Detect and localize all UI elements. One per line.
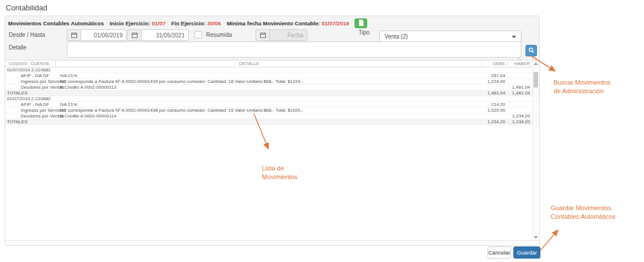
cell-cuenta: AFIP - IVA DF xyxy=(21,73,49,78)
table-header: CODIGO CUENTA DETALLE DEBE HABER xyxy=(5,60,539,67)
hasta-input-group xyxy=(127,29,189,41)
table-row[interactable]: 01/07/2019 2-210682 xyxy=(5,96,539,102)
calendar-icon[interactable] xyxy=(67,29,81,41)
table-row[interactable]: Deudores por VentasN.Credito A 0002-0000… xyxy=(5,85,539,90)
panel-form-section: Movimientos Contables Automáticos Inicio… xyxy=(5,16,539,60)
page-title: Contabilidad xyxy=(6,3,47,12)
cancel-button-label: Cancelar xyxy=(488,249,510,256)
search-button[interactable] xyxy=(525,45,537,56)
detalle-textarea[interactable] xyxy=(67,41,521,58)
scroll-down-icon[interactable] xyxy=(534,236,538,239)
fin-ejercicio-label: Fin Ejercicio: xyxy=(171,20,205,26)
cell-debe: 257.04 xyxy=(491,73,505,78)
cell-detalle: N.Credito A 0002-00000113 xyxy=(60,85,116,90)
cell-totales: TOTALES xyxy=(7,90,28,96)
export-button[interactable] xyxy=(355,18,367,28)
arrow-to-guardar xyxy=(540,230,558,251)
table-row[interactable]: AFIP - IVA DFIVA 21%257.04 xyxy=(5,73,539,79)
cell-debe: 1,481.04 xyxy=(487,90,505,96)
table-row[interactable]: TOTALES1,234.201,234.20 xyxy=(5,119,539,125)
cell-detalle: NC corresponde a Factura Nº A 0002-00001… xyxy=(60,79,303,84)
annotation-lista: Lista de Movimientos xyxy=(262,164,298,181)
panel-header: Movimientos Contables Automáticos Inicio… xyxy=(8,18,367,28)
cell-debe: 1,020.00 xyxy=(487,108,505,113)
panel-title: Movimientos Contables Automáticos xyxy=(8,20,104,26)
cell-haber: 1,481.04 xyxy=(512,85,530,90)
cell-detalle: IVA 21% xyxy=(60,102,77,107)
inicio-ejercicio-label: Inicio Ejercicio: xyxy=(109,20,150,26)
cell-codigo: 01/07/2019 2-210681 xyxy=(7,67,51,73)
cell-detalle: N.Credito A 0002-00000114 xyxy=(60,113,116,119)
file-export-icon xyxy=(359,20,364,27)
cell-detalle: IVA 21% xyxy=(60,73,77,78)
annotation-guardar: Guardar Movimientos Contables Automático… xyxy=(551,204,616,221)
cancel-button[interactable]: Cancelar xyxy=(487,246,511,259)
movimientos-table: CODIGO CUENTA DETALLE DEBE HABER 01/07/2… xyxy=(5,60,539,241)
horizontal-scrollbar-strip xyxy=(5,240,539,245)
annotation-guardar-line2: Contables Automáticos xyxy=(551,212,616,221)
tipo-label: Tipo xyxy=(359,29,369,36)
desde-hasta-label: Desde / Hasta xyxy=(9,32,45,38)
annotation-lista-line2: Movimientos xyxy=(262,173,298,181)
annotation-guardar-line1: Guardar Movimientos xyxy=(551,204,616,212)
resumida-checkbox[interactable] xyxy=(195,31,202,39)
table-row[interactable]: TOTALES1,481.041,481.04 xyxy=(5,90,539,96)
desde-input-group xyxy=(67,29,127,41)
minima-fecha-label: Minima fecha Movimiento Contable: xyxy=(227,20,320,26)
save-button[interactable]: Guardar xyxy=(513,246,540,259)
column-header-haber: HABER xyxy=(514,60,530,67)
chevron-down-icon xyxy=(512,36,516,38)
cell-cuenta: Deudores por Ventas xyxy=(21,113,64,119)
cell-debe: 214.20 xyxy=(491,102,505,107)
table-row[interactable]: 01/07/2019 2-210681 xyxy=(5,67,539,73)
desde-date-input[interactable] xyxy=(81,29,127,41)
cell-codigo: 01/07/2019 2-210682 xyxy=(7,96,51,101)
column-header-detalle: DETALLE xyxy=(5,60,493,67)
inicio-ejercicio-value: 01/07 xyxy=(152,20,166,26)
annotation-buscar: Buscar Movimientos de Administración xyxy=(554,78,611,96)
detalle-label: Detalle xyxy=(9,44,26,51)
cell-debe: 1,234.20 xyxy=(487,119,505,124)
annotation-lista-line1: Lista de xyxy=(262,164,298,173)
table-row[interactable]: AFIP - IVA DFIVA 21%214.20 xyxy=(5,102,539,108)
cell-debe: 1,224.00 xyxy=(487,79,505,84)
column-header-debe: DEBE xyxy=(493,60,505,67)
vertical-scrollbar[interactable] xyxy=(532,60,538,241)
fin-ejercicio-value: 30/06 xyxy=(207,20,221,26)
scroll-up-icon[interactable] xyxy=(534,62,538,65)
table-body: 01/07/2019 2-210681AFIP - IVA DFIVA 21%2… xyxy=(5,67,539,125)
cell-haber: 1,481.04 xyxy=(512,90,530,96)
annotation-buscar-line1: Buscar Movimientos xyxy=(554,78,611,87)
movimientos-panel: Movimientos Contables Automáticos Inicio… xyxy=(5,16,540,246)
cell-haber: 1,234.20 xyxy=(512,113,530,119)
cell-haber: 1,234.20 xyxy=(512,119,530,124)
fecha-input-group xyxy=(256,29,307,41)
hasta-date-input[interactable] xyxy=(141,29,189,41)
save-button-label: Guardar xyxy=(517,249,537,256)
tipo-select[interactable]: Venta (2) xyxy=(379,31,521,42)
tipo-selected-value: Venta (2) xyxy=(384,33,408,40)
minima-fecha-value: 01/07/2019 xyxy=(322,20,349,26)
scrollbar-thumb[interactable] xyxy=(534,72,538,88)
search-icon xyxy=(528,45,535,56)
cell-detalle: NC corresponde a Factura Nº A 0002-00001… xyxy=(60,108,303,113)
annotation-buscar-line2: de Administración xyxy=(554,87,611,96)
table-row[interactable]: Ingresos por ServiciosNC corresponde a F… xyxy=(5,108,539,113)
cell-totales: TOTALES xyxy=(7,119,28,124)
fecha-date-input[interactable] xyxy=(269,29,307,41)
cell-cuenta: Deudores por Ventas xyxy=(21,85,64,90)
cell-cuenta: AFIP - IVA DF xyxy=(21,102,49,107)
calendar-icon[interactable] xyxy=(127,29,141,41)
table-row[interactable]: Deudores por VentasN.Credito A 0002-0000… xyxy=(5,113,539,119)
resumida-label: Resumida xyxy=(206,32,232,38)
table-row[interactable]: Ingresos por ServiciosNC corresponde a F… xyxy=(5,79,539,85)
calendar-icon[interactable] xyxy=(256,29,269,41)
